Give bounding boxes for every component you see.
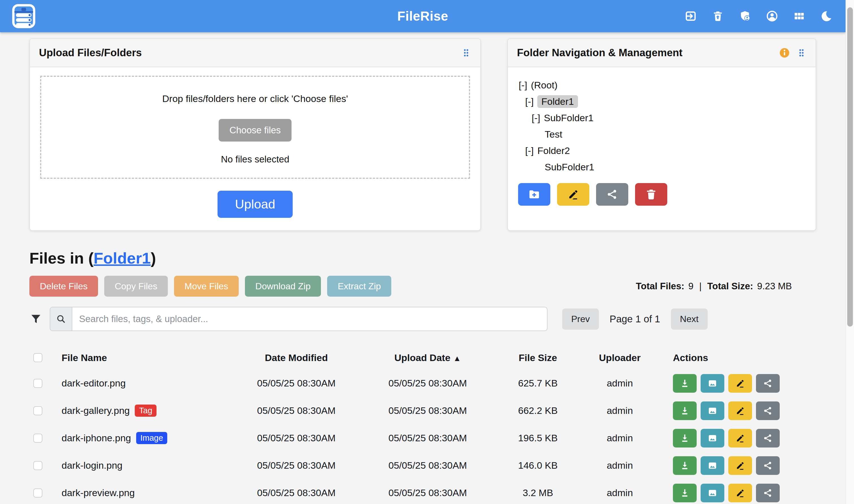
folder-actions — [518, 183, 805, 206]
prev-page-button[interactable]: Prev — [562, 308, 599, 330]
preview-button[interactable] — [701, 401, 724, 420]
share-button[interactable] — [756, 401, 780, 420]
choose-files-button[interactable]: Choose files — [219, 119, 292, 142]
restore-trash-icon — [712, 10, 724, 22]
tree-label[interactable]: (Root) — [531, 80, 557, 91]
menu-logo-button[interactable] — [11, 4, 36, 29]
col-date-modified[interactable]: Date Modified — [230, 352, 363, 363]
download-zip-button[interactable]: Download Zip — [245, 276, 321, 296]
tree-item-root[interactable]: [-] (Root) — [518, 77, 805, 93]
rename-button[interactable] — [728, 484, 752, 502]
extract-zip-button[interactable]: Extract Zip — [327, 276, 391, 296]
tree-item-subfolder1[interactable]: [-] SubFolder1 — [518, 110, 805, 126]
col-upload-date[interactable]: Upload Date▲ — [363, 352, 493, 363]
delete-files-button[interactable]: Delete Files — [30, 276, 98, 296]
logout-button[interactable] — [685, 10, 697, 22]
select-all-checkbox[interactable] — [33, 353, 42, 362]
app-bar-actions — [685, 10, 833, 22]
tree-toggle[interactable]: [-] — [532, 112, 540, 124]
share-folder-button[interactable] — [596, 183, 628, 206]
logout-icon — [685, 10, 697, 22]
share-button[interactable] — [756, 374, 780, 393]
share-icon — [762, 378, 773, 389]
upload-date: 05/05/25 08:30AM — [363, 487, 493, 498]
tree-label[interactable]: Test — [545, 129, 562, 140]
download-button[interactable] — [673, 484, 697, 502]
account-button[interactable] — [766, 10, 778, 22]
tree-toggle[interactable]: [-] — [525, 145, 534, 156]
table-row: dark-iphone.pngImage 05/05/25 08:30AM 05… — [30, 424, 816, 452]
image-preview-icon — [707, 433, 718, 444]
col-uploader[interactable]: Uploader — [583, 352, 656, 363]
uploader: admin — [583, 460, 656, 471]
folder-info-button[interactable] — [779, 47, 790, 58]
folder-plus-icon — [528, 188, 541, 201]
preview-button[interactable] — [701, 484, 724, 502]
files-table: File Name Date Modified Upload Date▲ Fil… — [30, 346, 816, 504]
share-button[interactable] — [756, 456, 780, 475]
current-folder-link[interactable]: Folder1 — [93, 249, 150, 267]
dark-mode-toggle[interactable] — [820, 10, 833, 22]
row-checkbox[interactable] — [33, 379, 42, 388]
file-dropzone[interactable]: Drop files/folders here or click 'Choose… — [40, 76, 470, 179]
dropzone-text: Drop files/folders here or click 'Choose… — [47, 93, 463, 104]
preview-button[interactable] — [701, 456, 724, 475]
scrollbar-thumb[interactable] — [847, 7, 853, 327]
copy-files-button[interactable]: Copy Files — [104, 276, 168, 296]
col-actions: Actions — [656, 352, 816, 363]
download-button[interactable] — [673, 374, 697, 393]
tree-label-selected[interactable]: Folder1 — [537, 95, 578, 108]
tree-toggle[interactable]: [-] — [525, 96, 534, 107]
rename-button[interactable] — [728, 401, 752, 420]
tree-label[interactable]: Folder2 — [537, 145, 570, 156]
rename-button[interactable] — [728, 374, 752, 393]
search-input[interactable] — [72, 307, 547, 331]
share-icon — [762, 433, 773, 444]
total-size-value: 9.23 MB — [757, 281, 792, 291]
share-button[interactable] — [756, 484, 780, 502]
row-checkbox[interactable] — [33, 461, 42, 470]
col-file-name[interactable]: File Name — [55, 352, 230, 363]
move-files-button[interactable]: Move Files — [174, 276, 239, 296]
row-checkbox[interactable] — [33, 488, 42, 498]
create-folder-button[interactable] — [518, 183, 550, 206]
download-icon — [679, 378, 690, 389]
rename-folder-button[interactable] — [557, 183, 589, 206]
download-button[interactable] — [673, 401, 697, 420]
tree-item-test[interactable]: Test — [518, 126, 805, 142]
tree-toggle[interactable]: [-] — [519, 80, 527, 91]
tree-item-subfolder1-2[interactable]: SubFolder1 — [518, 159, 805, 175]
no-files-text: No files selected — [47, 154, 463, 165]
download-button[interactable] — [673, 429, 697, 448]
upload-button[interactable]: Upload — [218, 191, 293, 218]
col-file-size[interactable]: File Size — [493, 352, 583, 363]
drag-handle-icon — [796, 48, 806, 58]
preview-button[interactable] — [701, 374, 724, 393]
date-modified: 05/05/25 08:30AM — [230, 433, 363, 444]
preview-button[interactable] — [701, 429, 724, 448]
folder-card-drag-handle[interactable] — [796, 48, 806, 58]
filter-icon — [30, 312, 42, 325]
tree-label[interactable]: SubFolder1 — [545, 162, 594, 173]
delete-folder-button[interactable] — [635, 183, 667, 206]
admin-shield-icon — [739, 10, 751, 22]
admin-panel-button[interactable] — [739, 10, 751, 22]
rename-button[interactable] — [728, 429, 752, 448]
rename-button[interactable] — [728, 456, 752, 475]
row-checkbox[interactable] — [33, 434, 42, 443]
pencil-icon — [735, 378, 746, 389]
upload-card-drag-handle[interactable] — [461, 48, 471, 58]
image-preview-icon — [707, 460, 718, 471]
share-button[interactable] — [756, 429, 780, 448]
filter-button[interactable] — [30, 312, 42, 325]
restore-trash-button[interactable] — [712, 10, 724, 22]
row-checkbox[interactable] — [33, 406, 42, 415]
folder-nav-card-title: Folder Navigation & Management — [517, 47, 683, 59]
tree-item-folder1[interactable]: [-] Folder1 — [518, 93, 805, 110]
tree-item-folder2[interactable]: [-] Folder2 — [518, 142, 805, 159]
page-status: Page 1 of 1 — [610, 313, 660, 325]
download-button[interactable] — [673, 456, 697, 475]
grid-view-button[interactable] — [793, 10, 805, 22]
next-page-button[interactable]: Next — [671, 308, 708, 330]
tree-label[interactable]: SubFolder1 — [544, 112, 594, 124]
